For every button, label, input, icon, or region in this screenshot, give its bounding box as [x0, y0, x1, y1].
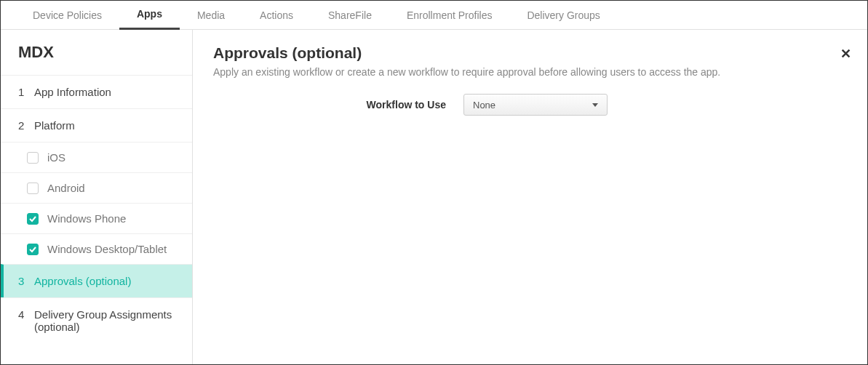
- step-label: Platform: [34, 119, 75, 132]
- tab-actions[interactable]: Actions: [242, 1, 311, 30]
- tab-device-policies[interactable]: Device Policies: [15, 1, 119, 30]
- step-app-information[interactable]: 1 App Information: [1, 75, 192, 108]
- platform-ios[interactable]: iOS: [1, 142, 192, 172]
- tab-media[interactable]: Media: [180, 1, 242, 30]
- page-description: Apply an existing workflow or create a n…: [213, 66, 847, 78]
- platform-label: Windows Phone: [47, 212, 126, 225]
- main-area: MDX 1 App Information 2 Platform iOS And…: [1, 30, 867, 364]
- sidebar: MDX 1 App Information 2 Platform iOS And…: [1, 30, 193, 364]
- step-delivery-group-assignments[interactable]: 4 Delivery Group Assignments (optional): [1, 297, 192, 343]
- page-title: Approvals (optional): [213, 44, 847, 62]
- platform-label: Windows Desktop/Tablet: [47, 243, 167, 255]
- step-label: Delivery Group Assignments (optional): [34, 308, 175, 333]
- tab-apps[interactable]: Apps: [119, 1, 180, 30]
- checkbox-icon[interactable]: [27, 244, 39, 255]
- close-icon[interactable]: ✕: [840, 46, 851, 62]
- dropdown-value: None: [473, 100, 495, 111]
- step-number: 4: [18, 308, 27, 321]
- tab-delivery-groups[interactable]: Delivery Groups: [509, 1, 617, 30]
- step-number: 2: [18, 119, 27, 132]
- platform-windows-desktop-tablet[interactable]: Windows Desktop/Tablet: [1, 233, 192, 264]
- step-label: App Information: [34, 86, 111, 98]
- step-label: Approvals (optional): [34, 275, 131, 287]
- form-row-workflow: Workflow to Use None: [344, 94, 847, 116]
- top-tabs: Device Policies Apps Media Actions Share…: [1, 1, 867, 30]
- step-platform[interactable]: 2 Platform: [1, 108, 192, 142]
- tab-enrollment-profiles[interactable]: Enrollment Profiles: [389, 1, 510, 30]
- checkbox-icon[interactable]: [27, 182, 39, 194]
- workflow-dropdown[interactable]: None: [463, 94, 608, 116]
- step-approvals[interactable]: 3 Approvals (optional): [1, 264, 192, 297]
- chevron-down-icon: [592, 103, 598, 107]
- platform-label: Android: [47, 182, 85, 194]
- platform-android[interactable]: Android: [1, 172, 192, 203]
- platform-windows-phone[interactable]: Windows Phone: [1, 203, 192, 233]
- checkbox-icon[interactable]: [27, 213, 39, 225]
- step-number: 3: [18, 275, 27, 287]
- workflow-label: Workflow to Use: [344, 99, 446, 111]
- platform-label: iOS: [47, 151, 65, 164]
- checkbox-icon[interactable]: [27, 152, 39, 164]
- tab-sharefile[interactable]: ShareFile: [311, 1, 389, 30]
- step-number: 1: [18, 86, 27, 98]
- sidebar-title: MDX: [1, 30, 192, 75]
- content-panel: ✕ Approvals (optional) Apply an existing…: [193, 30, 867, 364]
